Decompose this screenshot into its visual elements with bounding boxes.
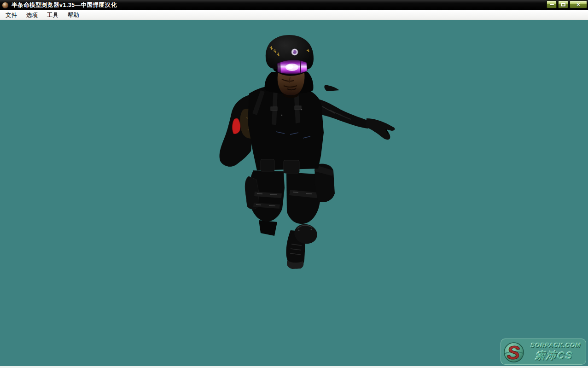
menu-tools[interactable]: 工具 — [42, 10, 63, 21]
watermark-brand: 索沛CS — [534, 349, 574, 362]
watermark-text: SORPACK.COM 索沛CS — [524, 342, 585, 362]
watermark-site: SORPACK.COM — [530, 342, 581, 349]
model-viewer-window: 半条命模型浏览器v1.35—中国悍匪汉化 × 文件 选项 工具 帮助 — [0, 0, 588, 368]
close-icon: × — [576, 1, 580, 8]
titlebar: 半条命模型浏览器v1.35—中国悍匪汉化 × — [0, 0, 588, 10]
menu-options[interactable]: 选项 — [22, 10, 42, 21]
model-red-shoulder-patch — [232, 118, 240, 134]
model-goggles — [277, 60, 307, 74]
svg-text:S: S — [507, 342, 520, 363]
model-hip-pouch — [314, 164, 335, 202]
minimize-button[interactable] — [547, 0, 557, 8]
swat-soldier-model — [216, 28, 405, 276]
menubar: 文件 选项 工具 帮助 — [0, 10, 588, 20]
model-legs — [245, 170, 320, 269]
minimize-icon — [550, 4, 554, 5]
model-torso — [248, 85, 324, 173]
menu-file[interactable]: 文件 — [1, 10, 22, 21]
watermark: S SORPACK.COM 索沛CS — [501, 339, 586, 365]
maximize-icon — [561, 3, 565, 6]
close-button[interactable]: × — [570, 0, 587, 8]
window-bottom-border — [0, 366, 588, 368]
sorpack-s-logo: S — [502, 340, 526, 364]
window-controls: × — [547, 0, 587, 8]
window-title: 半条命模型浏览器v1.35—中国悍匪汉化 — [12, 1, 117, 9]
model-shoulder-antenna — [324, 85, 339, 91]
menu-help[interactable]: 帮助 — [63, 10, 84, 21]
app-globe-icon — [2, 2, 9, 9]
model-viewport[interactable]: S SORPACK.COM 索沛CS — [0, 20, 588, 366]
maximize-button[interactable] — [558, 0, 568, 8]
